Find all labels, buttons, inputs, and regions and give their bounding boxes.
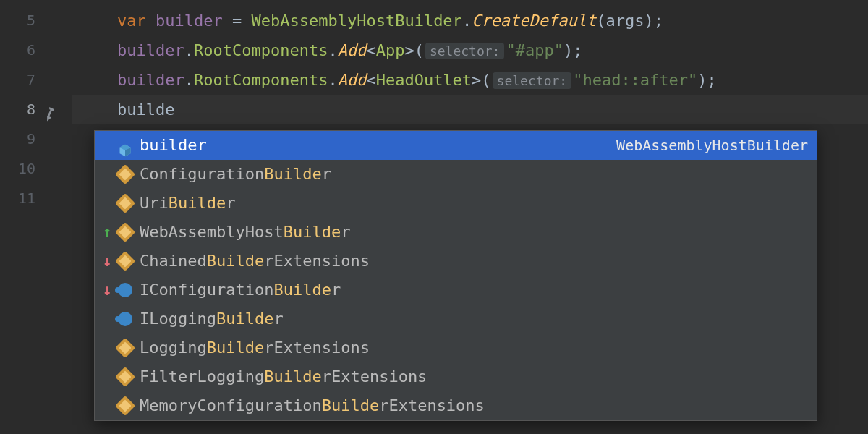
gutter: 567891011 [0, 0, 72, 434]
token-type: WebAssemblyHostBuilder [251, 12, 461, 30]
token-ang: > [472, 71, 481, 89]
completion-label: IConfigurationBuilder [135, 276, 808, 305]
line-number: 9 [0, 124, 72, 154]
completion-label: ChainedBuilderExtensions [135, 247, 808, 276]
class-icon [115, 167, 135, 182]
line-number: 7 [0, 65, 72, 95]
token-type: RootComponents [194, 71, 328, 89]
token-type: HeadOutlet [376, 71, 472, 89]
completion-item[interactable]: ILoggingBuilder [95, 305, 817, 333]
completion-item[interactable]: ↓IConfigurationBuilder [95, 276, 817, 305]
completion-label: WebAssemblyHostBuilder [135, 218, 808, 247]
code-editor[interactable]: 567891011 { Bas var builder = WebAssembl… [0, 0, 868, 434]
completion-label: builder [135, 131, 616, 160]
token-dot: args [606, 12, 644, 30]
token-dot: = [223, 12, 252, 30]
token-call: Add [338, 71, 367, 89]
ghost-text: { Bas [832, 130, 868, 159]
rank-up-icon: ↑ [99, 218, 115, 247]
completion-label: ConfigurationBuilder [135, 160, 808, 189]
completion-item[interactable]: ↑WebAssemblyHostBuilder [95, 218, 817, 247]
class-icon [115, 254, 135, 268]
token-par: ( [596, 12, 605, 30]
token-par: ); [644, 12, 664, 30]
token-par: ); [563, 41, 583, 59]
token-ang: < [366, 41, 375, 59]
build-icon [43, 102, 59, 118]
rank-down-icon: ↓ [99, 247, 115, 276]
line-number: 6 [0, 35, 72, 65]
rank-down-icon: ↓ [99, 276, 115, 305]
token-dot: . [184, 71, 194, 89]
code-line[interactable]: builder.RootComponents.Add<App>(selector… [72, 35, 868, 65]
class-icon [115, 196, 135, 210]
completion-item[interactable]: MemoryConfigurationBuilderExtensions [95, 391, 817, 420]
line-number: 11 [0, 184, 72, 213]
code-line[interactable]: builde [72, 95, 868, 124]
token-ang: > [404, 41, 414, 59]
token-hint: selector: [425, 43, 505, 59]
token-par: ( [414, 41, 424, 59]
class-icon [115, 399, 135, 413]
code-line[interactable]: builder.RootComponents.Add<HeadOutlet>(s… [72, 65, 868, 95]
completion-popup[interactable]: builderWebAssemblyHostBuilderConfigurati… [94, 130, 817, 421]
completion-label: LoggingBuilderExtensions [135, 333, 808, 362]
token-call: CreateDefault [472, 12, 596, 30]
token-dot: . [328, 71, 337, 89]
token-var: builder [156, 12, 223, 30]
token-var: builder [117, 41, 184, 59]
variable-icon [115, 138, 135, 153]
interface-icon [115, 283, 135, 297]
class-icon [115, 225, 135, 239]
token-dot [146, 12, 156, 30]
token-type: RootComponents [194, 41, 328, 59]
completion-item[interactable]: builderWebAssemblyHostBuilder [95, 131, 817, 160]
completion-item[interactable]: FilterLoggingBuilderExtensions [95, 362, 817, 391]
token-str: "#app" [506, 41, 563, 59]
completion-type-hint: WebAssemblyHostBuilder [616, 131, 808, 160]
completion-item[interactable]: LoggingBuilderExtensions [95, 333, 817, 362]
code-area[interactable]: { Bas var builder = WebAssemblyHostBuild… [72, 0, 868, 434]
token-hint: selector: [493, 72, 572, 89]
completion-item[interactable]: UriBuilder [95, 189, 817, 218]
completion-item[interactable]: ↓ChainedBuilderExtensions [95, 247, 817, 276]
line-number: 8 [0, 95, 72, 124]
token-par: ); [697, 71, 717, 89]
class-icon [115, 341, 135, 355]
completion-label: FilterLoggingBuilderExtensions [135, 362, 808, 391]
code-line[interactable]: var builder = WebAssemblyHostBuilder.Cre… [72, 6, 868, 35]
line-number: 10 [0, 154, 72, 184]
token-par: ( [481, 71, 490, 89]
token-dot: . [462, 12, 472, 30]
token-dot: . [328, 41, 337, 59]
completion-label: ILoggingBuilder [135, 305, 808, 333]
interface-icon [115, 312, 135, 326]
token-dot: builde [117, 101, 174, 119]
token-str: "head::after" [573, 71, 697, 89]
token-call: Add [338, 41, 367, 59]
class-icon [115, 370, 135, 384]
token-ang: < [366, 71, 375, 89]
token-dot: . [184, 41, 194, 59]
token-kw: var [117, 12, 146, 30]
completion-label: UriBuilder [135, 189, 808, 218]
completion-item[interactable]: ConfigurationBuilder [95, 160, 817, 189]
completion-label: MemoryConfigurationBuilderExtensions [135, 391, 808, 420]
line-number: 5 [0, 6, 72, 35]
token-var: builder [117, 71, 184, 89]
token-type: App [376, 41, 405, 59]
